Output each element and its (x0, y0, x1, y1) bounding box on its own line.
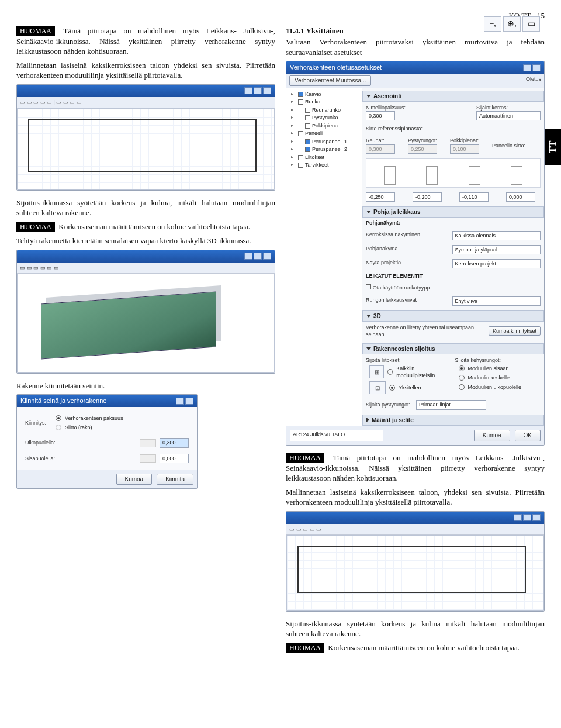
plan-canvas[interactable] (17, 108, 275, 190)
plan2-canvas[interactable] (286, 535, 544, 611)
render-canvas[interactable] (17, 274, 275, 373)
para-l2b-text: Korkeusaseman määrittämiseen on kolme va… (57, 222, 250, 231)
para-r2-text: Tämä piirtotapa on mahdollinen myös Leik… (286, 453, 545, 483)
set-rightnote: Oletus (526, 75, 541, 86)
right-column: 11.4.1 Yksittäinen Valitaan Verhorakente… (286, 26, 545, 657)
btn-kumoa-kiinn[interactable]: Kumoa kiinnitykset (489, 326, 541, 336)
tree-reunarunko[interactable]: Reunarunko (290, 106, 358, 115)
min-button[interactable] (514, 514, 522, 521)
field-sp[interactable]: Primääriliinjat (416, 400, 486, 409)
set-subtitle[interactable]: Verhorakenteet Muutossa... (289, 75, 371, 86)
bottom-val-3[interactable]: -0,110 (459, 192, 489, 202)
lbl-kerroksissa: Kerroksissa näkyminen (366, 231, 449, 240)
close-button[interactable] (263, 87, 271, 94)
tree-runko[interactable]: Runko (290, 98, 358, 106)
help-button[interactable] (176, 398, 184, 405)
side-tab: TT (545, 129, 561, 165)
fix-buttons: Kumoa Kiinnitä (17, 470, 197, 489)
set-ok-button[interactable]: OK (515, 430, 541, 441)
radio-thickness[interactable] (56, 415, 61, 421)
fix-confirm-button[interactable]: Kiinnitä (157, 474, 193, 485)
set-winbtns (523, 64, 541, 71)
fix-ulko-val[interactable]: 0,300 (160, 438, 189, 447)
sec-asemointi[interactable]: Asemointi (362, 91, 544, 102)
min-button[interactable] (244, 253, 252, 260)
field-ehyt[interactable]: Ehyt viiva (452, 296, 541, 306)
layer-field[interactable]: AR124 Julkisivu.TALO (290, 430, 383, 441)
fix-sisa-val[interactable]: 0,000 (160, 454, 189, 463)
tool-arc-icon[interactable]: ⊕, (503, 16, 521, 32)
badge-huomaa-2: HUOMAA (16, 222, 55, 232)
screenshot-plan-small: ▭ ▭ ▭ ▭ ▭ (286, 511, 545, 612)
field-kerroksen[interactable]: Kerroksen projekt... (452, 259, 541, 268)
badge-huomaa: HUOMAA (16, 26, 55, 36)
settings-right-panel: Asemointi Nimelliopaksuus:0,300 Sijainti… (362, 88, 544, 426)
help-button[interactable] (523, 64, 531, 71)
render-titlebar (17, 250, 275, 263)
bottom-val-4[interactable]: 0,000 (506, 192, 535, 202)
tree-tarvikkeet[interactable]: Tarvikkeet (290, 161, 358, 170)
tree-peruspaneeli2[interactable]: Peruspaneeli 2 (290, 146, 358, 154)
min-button[interactable] (244, 87, 252, 94)
lbl-nimellio: Nimelliopaksuus: (366, 104, 406, 111)
close-button[interactable] (532, 64, 541, 71)
tree-pokkipiena[interactable]: Pokkipiena (290, 122, 358, 130)
lbl-pohjanakyma: Pohjanäkymä (362, 218, 544, 228)
fix-sisa-row: Sisäpuolella: 0,000 (20, 451, 193, 466)
max-button[interactable] (254, 87, 262, 94)
fix-opt2-row[interactable]: Siirto (rako) (52, 423, 189, 432)
radio-kaik[interactable] (387, 369, 393, 375)
radio-mod-sis[interactable] (459, 365, 465, 371)
max-button[interactable] (254, 253, 262, 260)
tree-peruspaneeli1[interactable]: Peruspaneeli 1 (290, 138, 358, 146)
lbl-nayta: Näytä projektio (366, 259, 449, 268)
lbl-sirtoref: Sirto referenssipinnasta: (366, 125, 423, 132)
fix-opt1-row[interactable]: Verhorakenteen paksuus (52, 413, 189, 423)
tool-polyline-icon[interactable]: ⌐, (484, 16, 501, 32)
field-pokki: 0,100 (450, 144, 479, 154)
sec-rakenne-sij[interactable]: Rakenneosien sijoitus (362, 343, 544, 355)
chevron-down-icon (366, 211, 371, 213)
fix-opt1-lbl: Verhorakenteen paksuus (65, 415, 123, 422)
field-sk[interactable]: Automaattinen (476, 111, 541, 120)
radio-gap[interactable] (56, 425, 61, 430)
close-button[interactable] (532, 514, 541, 521)
radio-mod-ulk[interactable] (459, 384, 465, 390)
radio-yks[interactable] (389, 385, 395, 391)
bottom-val-1[interactable]: -0,250 (366, 192, 395, 202)
close-button[interactable] (185, 398, 193, 405)
field-symboli[interactable]: Symboli ja yläpuol... (452, 245, 541, 254)
tool-rect-icon[interactable]: ▭ (522, 16, 540, 32)
bottom-val-2[interactable]: -0,200 (413, 192, 442, 202)
screenshot-3d: ▭ ▭ ▭ ▭ ▭ ▭ (16, 250, 275, 374)
fix-winbtns (176, 398, 193, 405)
lbl-sij-pysty: Sijoita pystyrungot: (366, 401, 410, 408)
fix-cancel-button[interactable]: Kumoa (116, 474, 153, 485)
settings-tree[interactable]: Kaavio Runko Reunarunko Pystyrunko Pokki… (286, 88, 362, 426)
tree-liitokset[interactable]: Liitokset (290, 154, 358, 162)
para-r3b-text: Korkeusaseman määrittämiseen on kolme va… (326, 643, 520, 652)
chevron-down-icon (366, 315, 371, 318)
tree-paneeli[interactable]: Paneeli (290, 130, 358, 138)
sec-3d[interactable]: 3D (362, 310, 544, 322)
radio-mod-kes[interactable] (459, 375, 465, 381)
set-titlebar: Verhorakenteen oletusasetukset (286, 61, 544, 74)
fix-body: Kiinnitys: Verhorakenteen paksuus Siirto… (17, 407, 197, 470)
lbl-pohjanakyma2: Pohjanäkymä (366, 245, 449, 254)
icon-grid-all: ⊞ (369, 365, 384, 378)
sec-maarat[interactable]: Määrät ja selite (362, 415, 544, 426)
close-button[interactable] (263, 253, 271, 260)
set-title: Verhorakenteen oletusasetukset (290, 63, 382, 72)
lbl-rungon: Rungon leikkausviivat (366, 296, 449, 306)
field-np[interactable]: 0,300 (366, 111, 395, 120)
para-r3a: Sijoitus-ikkunassa syötetään korkeus ja … (286, 619, 545, 639)
set-cancel-button[interactable]: Kumoa (474, 430, 510, 441)
max-button[interactable] (523, 514, 531, 521)
sec-pohja[interactable]: Pohja ja leikkaus (362, 206, 544, 218)
field-kaikissa[interactable]: Kaikissa olennais... (452, 231, 541, 240)
tree-pystyrunko[interactable]: Pystyrunko (290, 114, 358, 122)
lbl-reunat: Reunat: (366, 137, 395, 144)
set-buttonrow: AR124 Julkisivu.TALO Kumoa OK (286, 426, 544, 445)
tree-kaavio[interactable]: Kaavio (290, 91, 358, 99)
field-pysty: 0,250 (408, 144, 437, 154)
